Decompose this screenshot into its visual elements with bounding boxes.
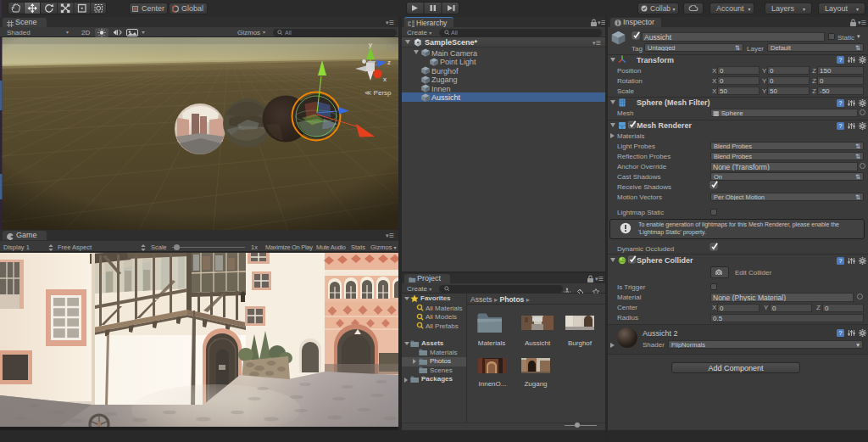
svg-text:x: x xyxy=(383,76,387,83)
svg-text:y: y xyxy=(369,41,372,48)
svg-text:≪ Persp: ≪ Persp xyxy=(364,89,392,97)
svg-text:z: z xyxy=(387,59,391,66)
